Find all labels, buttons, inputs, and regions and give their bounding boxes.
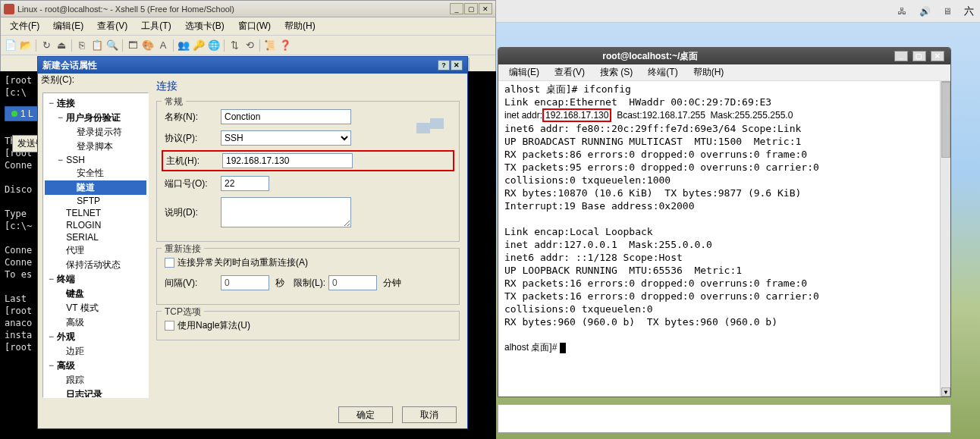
tree-node[interactable]: − 终端 [45, 272, 146, 287]
reconnect-group: 重新连接 连接异常关闭时自动重新连接(A) 间隔(V): 秒 限制(L): 分钟 [156, 248, 460, 305]
tree-node[interactable]: 保持活动状态 [45, 258, 146, 272]
scroll-thumb[interactable] [941, 82, 950, 158]
name-input[interactable] [221, 109, 351, 124]
terminal-output[interactable]: alhost 桌面]# ifconfig Link encap:Ethernet… [498, 81, 950, 356]
maximize-button[interactable]: ▢ [464, 3, 478, 14]
limit-input[interactable] [328, 275, 377, 290]
open-icon[interactable]: 📂 [19, 39, 33, 52]
display-icon[interactable]: 🖥 [941, 5, 953, 17]
menu-item[interactable]: 编辑(E) [47, 17, 90, 35]
menu-item[interactable]: 查看(V) [548, 64, 591, 80]
term-close-button[interactable]: ✕ [931, 51, 944, 61]
sync-icon[interactable]: ⟲ [243, 39, 256, 52]
tray-clock: 六 [964, 5, 974, 18]
ok-button[interactable]: 确定 [338, 406, 393, 423]
menu-item[interactable]: 选项卡(B) [179, 17, 231, 35]
nagle-checkbox[interactable] [165, 321, 174, 331]
ip-highlight: 192.168.17.130 [542, 108, 611, 122]
props-icon[interactable]: 🗔 [126, 39, 140, 52]
gnome-terminal: root@localhost:~/桌面 _ ▢ ✕ 编辑(E)查看(V)搜索 (… [498, 47, 951, 397]
dialog-close-button[interactable]: ✕ [451, 60, 463, 71]
menu-item[interactable]: 文件(F) [4, 17, 46, 35]
interval-input[interactable] [221, 275, 269, 290]
users-icon[interactable]: 👥 [177, 39, 190, 52]
new-icon[interactable]: 📄 [4, 39, 17, 52]
tree-node[interactable]: 登录脚本 [45, 140, 146, 154]
auto-reconnect-checkbox[interactable] [165, 258, 174, 268]
tree-node[interactable]: 代理 [45, 243, 146, 258]
xshell-menubar: 文件(F)编辑(E)查看(V)工具(T)选项卡(B)窗口(W)帮助(H) [1, 17, 495, 36]
term-minimize-button[interactable]: _ [894, 51, 908, 61]
tree-node[interactable]: VT 模式 [45, 301, 146, 315]
term-maximize-button[interactable]: ▢ [912, 51, 926, 61]
terminal-scrollbar[interactable]: ▲ ▼ [940, 81, 950, 397]
desc-input[interactable] [221, 197, 351, 227]
desc-label: 说明(D): [165, 206, 221, 219]
name-label: 名称(N): [165, 111, 221, 124]
menu-item[interactable]: 工具(T) [135, 17, 177, 35]
tree-node[interactable]: 登录提示符 [45, 125, 146, 140]
network-icon[interactable]: 🖧 [896, 5, 908, 17]
tree-node[interactable]: SERIAL [45, 231, 146, 243]
computers-icon [416, 118, 445, 141]
close-button[interactable]: ✕ [479, 3, 492, 14]
transfer-icon[interactable]: ⇅ [228, 39, 241, 52]
tcp-legend: TCP选项 [162, 306, 204, 318]
dialog-help-button[interactable]: ? [438, 60, 450, 71]
tree-node[interactable]: 跟踪 [45, 373, 146, 387]
menu-item[interactable]: 搜索 (S) [594, 64, 639, 80]
menu-item[interactable]: 编辑(E) [503, 64, 545, 80]
port-input[interactable] [221, 176, 269, 191]
reconnect-legend: 重新连接 [162, 243, 204, 256]
reconnect-icon[interactable]: ↻ [39, 39, 53, 52]
xshell-app-icon [4, 4, 14, 14]
tree-node[interactable]: − 用户身份验证 [45, 111, 146, 125]
key-icon[interactable]: 🔑 [192, 39, 206, 52]
font-icon[interactable]: A [156, 39, 170, 52]
search-icon[interactable]: 🔍 [105, 39, 119, 52]
host-input[interactable] [222, 153, 353, 168]
color-icon[interactable]: 🎨 [141, 39, 155, 52]
tree-node[interactable]: 高级 [45, 315, 146, 330]
tree-node[interactable]: RLOGIN [45, 219, 146, 231]
menu-item[interactable]: 窗口(W) [232, 17, 277, 35]
paste-icon[interactable]: 📋 [90, 39, 104, 52]
tree-node[interactable]: 日志记录 [45, 387, 146, 398]
tree-node[interactable]: 边距 [45, 344, 146, 359]
category-tree[interactable]: − 连接− 用户身份验证 登录提示符 登录脚本− SSH 安全性 隧道 SFTP… [42, 93, 149, 398]
sec-label: 秒 [275, 277, 284, 290]
xshell-title: Linux - root@localhost:~ - Xshell 5 (Fre… [17, 5, 234, 14]
script-icon[interactable]: 📜 [263, 39, 277, 52]
interval-label: 间隔(V): [165, 277, 221, 290]
menu-item[interactable]: 终端(T) [642, 64, 683, 80]
minimize-button[interactable]: _ [450, 3, 463, 14]
tree-node[interactable]: − 高级 [45, 359, 146, 373]
volume-icon[interactable]: 🔊 [919, 5, 931, 17]
scroll-down-icon[interactable]: ▼ [941, 387, 950, 397]
help-icon[interactable]: ❓ [278, 39, 292, 52]
tree-node[interactable]: TELNET [45, 207, 146, 219]
protocol-select[interactable]: SSH [221, 130, 351, 146]
menu-item[interactable]: 帮助(H) [687, 64, 730, 80]
tree-node[interactable]: SFTP [45, 195, 146, 207]
tree-node[interactable]: 隧道 [45, 180, 146, 195]
disconnect-icon[interactable]: ⏏ [55, 39, 68, 52]
menu-item[interactable]: 查看(V) [91, 17, 133, 35]
tree-node[interactable]: 键盘 [45, 287, 146, 301]
globe-icon[interactable]: 🌐 [207, 39, 221, 52]
session-tab[interactable]: 1 L [5, 106, 40, 121]
tree-caption: 类别(C): [38, 74, 152, 88]
tree-node[interactable]: − SSH [45, 154, 146, 166]
terminal-titlebar: root@localhost:~/桌面 _ ▢ ✕ [498, 48, 950, 64]
tree-node[interactable]: − 连接 [45, 96, 146, 111]
nagle-label: 使用Nagle算法(U) [177, 319, 250, 332]
xshell-titlebar: Linux - root@localhost:~ - Xshell 5 (Fre… [1, 1, 495, 17]
tree-node[interactable]: − 外观 [45, 330, 146, 344]
tree-node[interactable]: 安全性 [45, 166, 146, 180]
cancel-button[interactable]: 取消 [402, 406, 457, 423]
terminal-menubar: 编辑(E)查看(V)搜索 (S)终端(T)帮助(H) [498, 64, 950, 81]
terminal-title: root@localhost:~/桌面 [602, 50, 698, 63]
new-session-dialog: 新建会话属性 ? ✕ 类别(C): − 连接− 用户身份验证 登录提示符 登录脚… [37, 56, 468, 429]
menu-item[interactable]: 帮助(H) [278, 17, 322, 35]
copy-icon[interactable]: ⎘ [75, 39, 89, 52]
